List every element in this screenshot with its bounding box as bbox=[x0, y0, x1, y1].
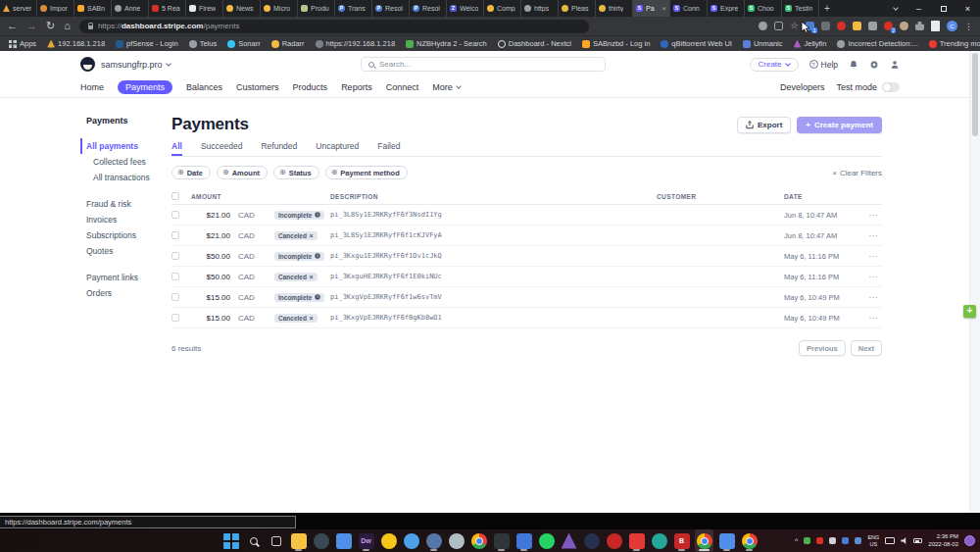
row-menu-icon[interactable]: ··· bbox=[858, 293, 882, 302]
filter-pill[interactable]: ⊕ Date bbox=[172, 166, 211, 179]
bookmark-item[interactable]: https://192.168.1.218 bbox=[316, 39, 395, 48]
developers-link[interactable]: Developers bbox=[780, 82, 825, 92]
nav-item[interactable]: Connect bbox=[386, 82, 419, 92]
payments-tab[interactable]: Failed bbox=[377, 141, 400, 156]
taskbar-app[interactable] bbox=[379, 529, 398, 552]
payment-description[interactable]: pi_3L8Sy1EJRKRyfF6f3NsdI1Yg bbox=[330, 211, 657, 219]
tray-icon[interactable] bbox=[816, 537, 823, 544]
back-button[interactable]: ← bbox=[7, 21, 18, 31]
bookmark-item[interactable]: pfSense - Login bbox=[116, 39, 178, 48]
filter-pill[interactable]: ⊕ Payment method bbox=[325, 166, 408, 179]
taskbar-app-icon[interactable] bbox=[426, 533, 442, 549]
bookmark-apps[interactable]: Apps bbox=[9, 39, 36, 48]
row-menu-icon[interactable]: ··· bbox=[858, 211, 882, 220]
taskbar-app[interactable] bbox=[717, 529, 736, 552]
extension-icon[interactable]: ☆ bbox=[790, 22, 799, 30]
home-button[interactable]: ⌂ bbox=[64, 21, 71, 31]
help-button[interactable]: ? Help bbox=[809, 60, 838, 70]
bookmark-item[interactable]: Incorrect Detection:... bbox=[837, 39, 917, 48]
browser-tab[interactable]: P Trans bbox=[335, 0, 372, 17]
browser-tab[interactable]: P Resol bbox=[410, 0, 447, 17]
display-icon[interactable] bbox=[885, 537, 895, 544]
browser-tab[interactable]: Z Welco bbox=[447, 0, 484, 17]
row-menu-icon[interactable]: ··· bbox=[858, 231, 882, 240]
extension-icon[interactable] bbox=[853, 22, 861, 30]
payment-row[interactable]: $21.00 CAD Canceled × pi_3L8Sy1EJRKRyfF6… bbox=[172, 226, 882, 246]
taskbar-app-icon[interactable] bbox=[697, 533, 712, 549]
next-button[interactable]: Next bbox=[851, 340, 882, 356]
taskbar-app[interactable] bbox=[740, 529, 759, 552]
row-checkbox[interactable] bbox=[172, 273, 179, 280]
stripe-search[interactable] bbox=[361, 57, 606, 72]
tray-icon[interactable] bbox=[804, 537, 810, 544]
bookmark-item[interactable]: 192.168.1.218 bbox=[47, 39, 105, 48]
nav-item[interactable]: Payments bbox=[118, 80, 172, 94]
row-checkbox[interactable] bbox=[172, 293, 179, 301]
sidebar-item[interactable]: Invoices bbox=[80, 212, 172, 227]
taskbar-app[interactable] bbox=[560, 529, 578, 552]
sidebar-item[interactable]: Quotes bbox=[80, 243, 172, 259]
taskbar-app-icon[interactable] bbox=[584, 533, 600, 549]
window-close-button[interactable]: × bbox=[956, 0, 980, 17]
sidebar-item[interactable]: Subscriptions bbox=[80, 227, 172, 243]
browser-tab[interactable]: S Choo bbox=[745, 0, 782, 17]
tray-icon[interactable] bbox=[855, 537, 861, 544]
bookmark-item[interactable]: SABnzbd - Log in bbox=[582, 39, 650, 48]
address-bar[interactable]: https://dashboard.stripe.com/payments bbox=[79, 20, 589, 33]
taskbar-app[interactable] bbox=[402, 529, 420, 552]
sidebar-item[interactable]: Payment links bbox=[80, 270, 172, 285]
nav-item[interactable]: More bbox=[432, 82, 461, 92]
taskbar-app[interactable] bbox=[650, 529, 668, 552]
url-text[interactable]: https://dashboard.stripe.com/payments bbox=[98, 22, 240, 30]
export-button[interactable]: Export bbox=[737, 117, 791, 133]
nav-item[interactable]: Customers bbox=[236, 82, 279, 92]
extensions-puzzle-icon[interactable] bbox=[915, 22, 924, 30]
bookmark-item[interactable]: Radarr bbox=[271, 39, 305, 48]
profile-avatar[interactable]: C bbox=[947, 21, 957, 31]
browser-tab[interactable]: S Testin bbox=[782, 0, 819, 17]
scrollbar-thumb[interactable] bbox=[972, 53, 978, 136]
extension-icon[interactable] bbox=[821, 22, 830, 30]
taskbar-app[interactable] bbox=[334, 529, 353, 552]
row-menu-icon[interactable]: ··· bbox=[858, 252, 882, 261]
taskbar-app-icon[interactable] bbox=[652, 533, 667, 549]
nav-item[interactable]: Home bbox=[80, 82, 104, 92]
browser-tab[interactable]: server bbox=[0, 0, 37, 17]
payment-description[interactable]: pi_3Kxgu1EJRKRyfF6f1Dv1cJkQ bbox=[330, 252, 657, 260]
previous-button[interactable]: Previous bbox=[799, 340, 846, 356]
browser-tab[interactable]: S Pa × bbox=[633, 0, 670, 17]
test-mode-toggle[interactable] bbox=[882, 82, 900, 92]
taskbar-app-icon[interactable] bbox=[719, 533, 735, 549]
row-menu-icon[interactable]: ··· bbox=[858, 273, 882, 281]
lock-icon[interactable] bbox=[88, 25, 93, 29]
taskbar-app-icon[interactable] bbox=[471, 533, 487, 549]
taskbar-app-icon[interactable] bbox=[336, 533, 352, 549]
filter-pill[interactable]: ⊕ Status bbox=[273, 166, 319, 179]
account-switcher[interactable]: samsungfrp.pro bbox=[101, 60, 171, 70]
bookmark-item[interactable]: Dashboard - Nextcl bbox=[498, 39, 571, 48]
create-button[interactable]: Create bbox=[750, 58, 799, 72]
payments-tab[interactable]: All bbox=[172, 141, 182, 156]
new-tab-button[interactable]: + bbox=[819, 0, 835, 17]
browser-tab[interactable]: S Expre bbox=[708, 0, 745, 17]
browser-tab[interactable]: Comp bbox=[484, 0, 521, 17]
browser-menu-icon[interactable]: ⋮ bbox=[964, 22, 973, 31]
extension-icon[interactable] bbox=[759, 22, 767, 30]
battery-icon[interactable] bbox=[913, 538, 922, 543]
search-input[interactable] bbox=[379, 60, 598, 69]
taskbar-app[interactable]: Dw bbox=[357, 529, 375, 552]
account-avatar[interactable] bbox=[80, 57, 95, 72]
taskbar-app-icon[interactable]: B bbox=[674, 533, 690, 549]
taskbar-app[interactable] bbox=[514, 529, 533, 552]
taskbar-app[interactable] bbox=[469, 529, 488, 552]
browser-tab[interactable]: Pleas bbox=[559, 0, 596, 17]
taskbar-app[interactable] bbox=[289, 529, 308, 552]
create-payment-button[interactable]: + Create payment bbox=[797, 117, 882, 133]
payments-tab[interactable]: Succeeded bbox=[201, 141, 243, 156]
reload-button[interactable]: ↻ bbox=[46, 21, 55, 31]
window-minimize-button[interactable]: – bbox=[906, 0, 931, 17]
row-checkbox[interactable] bbox=[172, 252, 179, 260]
browser-tab[interactable]: https bbox=[521, 0, 559, 17]
taskbar-app[interactable] bbox=[447, 529, 466, 552]
sidepanel-icon[interactable] bbox=[931, 21, 940, 31]
